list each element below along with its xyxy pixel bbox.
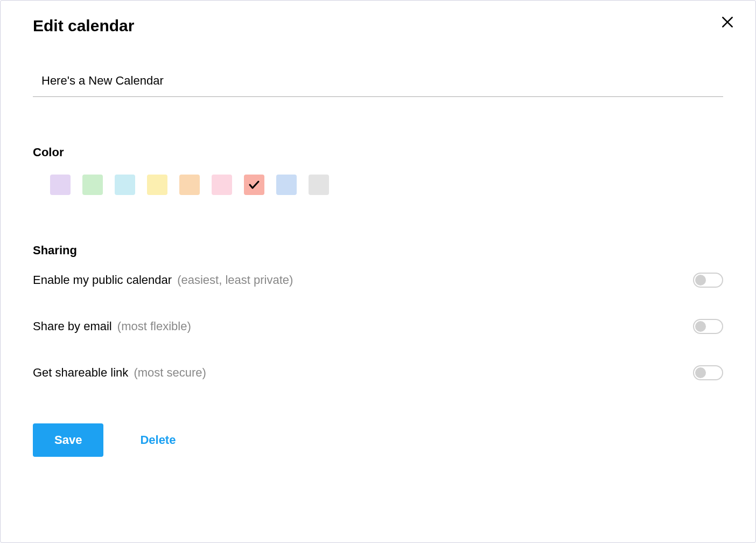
sharing-section-label: Sharing xyxy=(33,243,723,257)
check-icon xyxy=(248,178,261,191)
sharing-label: Share by email (most flexible) xyxy=(33,319,191,333)
save-button[interactable]: Save xyxy=(33,423,103,457)
sharing-label: Enable my public calendar (easiest, leas… xyxy=(33,273,293,287)
delete-button[interactable]: Delete xyxy=(140,433,176,447)
color-swatch-row xyxy=(50,175,723,195)
toggle-shareable-link[interactable] xyxy=(693,365,723,380)
color-swatch-8[interactable] xyxy=(309,175,329,195)
sharing-label-text: Enable my public calendar xyxy=(33,273,172,287)
close-button[interactable] xyxy=(719,13,736,31)
sharing-label-text: Get shareable link xyxy=(33,366,128,379)
toggle-knob xyxy=(695,275,706,286)
button-row: Save Delete xyxy=(33,423,723,457)
sharing-row-share-by-email: Share by email (most flexible) xyxy=(33,319,723,334)
color-swatch-6[interactable] xyxy=(244,175,264,195)
sharing-row-shareable-link: Get shareable link (most secure) xyxy=(33,365,723,380)
color-swatch-3[interactable] xyxy=(147,175,167,195)
edit-calendar-modal: Edit calendar Color Sharing Enable my pu… xyxy=(0,0,756,543)
toggle-knob xyxy=(695,321,706,332)
color-swatch-7[interactable] xyxy=(276,175,297,195)
color-swatch-0[interactable] xyxy=(50,175,71,195)
color-swatch-2[interactable] xyxy=(115,175,135,195)
sharing-hint-text: (most flexible) xyxy=(114,319,191,333)
sharing-hint-text: (easiest, least private) xyxy=(174,273,293,287)
toggle-share-by-email[interactable] xyxy=(693,319,723,334)
toggle-public-calendar[interactable] xyxy=(693,273,723,288)
color-section-label: Color xyxy=(33,145,723,159)
color-swatch-4[interactable] xyxy=(179,175,200,195)
close-icon xyxy=(720,15,734,29)
modal-title: Edit calendar xyxy=(33,17,723,35)
calendar-name-input[interactable] xyxy=(33,69,723,97)
toggle-knob xyxy=(695,367,706,378)
sharing-section: Enable my public calendar (easiest, leas… xyxy=(33,273,723,380)
color-swatch-5[interactable] xyxy=(212,175,232,195)
sharing-row-public-calendar: Enable my public calendar (easiest, leas… xyxy=(33,273,723,288)
sharing-hint-text: (most secure) xyxy=(130,366,206,379)
sharing-label-text: Share by email xyxy=(33,319,112,333)
color-swatch-1[interactable] xyxy=(82,175,103,195)
sharing-label: Get shareable link (most secure) xyxy=(33,366,206,380)
